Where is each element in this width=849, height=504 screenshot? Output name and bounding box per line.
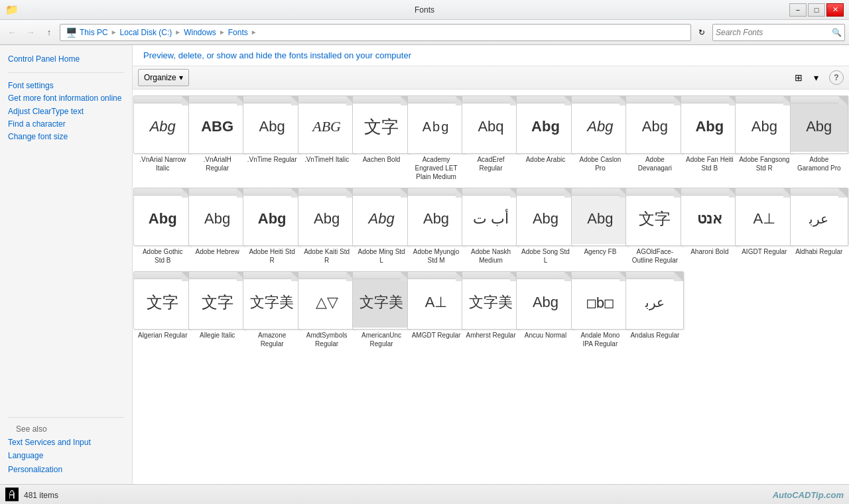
font-icon: Abg <box>790 95 848 154</box>
font-name: AGOldFace-Outline Regular <box>629 247 680 265</box>
font-icon: אנט <box>681 188 739 246</box>
font-item[interactable]: AbgAdobe Kaiti Std R <box>299 184 354 268</box>
close-button[interactable]: ✕ <box>826 3 844 17</box>
sidebar-control-panel[interactable]: Control Panel Home <box>8 53 124 66</box>
font-icon: Abg <box>133 95 192 154</box>
font-item[interactable]: AbgAdobe Fangsong Std R <box>737 92 791 184</box>
font-item[interactable]: AbgAdobe Song Std L <box>518 184 572 268</box>
font-name: Adobe Song Std L <box>520 247 570 265</box>
font-item[interactable]: AbgAdobe Ming Std L <box>354 184 409 268</box>
font-preview: △▽ <box>298 277 356 328</box>
search-box[interactable]: 🔍 <box>712 24 845 41</box>
font-item[interactable]: A⊥AIGDT Regular <box>737 184 791 268</box>
font-item[interactable]: AbgAdobe Caslon Pro <box>573 92 627 184</box>
restore-button[interactable]: □ <box>808 3 825 17</box>
organize-dropdown-icon: ▾ <box>179 73 183 82</box>
font-preview: 文字美 <box>353 277 410 328</box>
sidebar-divider-2 <box>8 417 124 418</box>
font-item[interactable]: AbgAdobe Hebrew <box>190 184 244 268</box>
font-item[interactable]: AbgAdobe Myungjo Std M <box>409 184 463 268</box>
font-item[interactable]: Abg.VnTime Regular <box>245 92 299 184</box>
breadcrumb[interactable]: 🖥️ This PC ► Local Disk (C:) ► Windows ►… <box>60 24 691 41</box>
font-item[interactable]: 文字Algerian Regular <box>135 268 190 351</box>
search-input[interactable] <box>716 28 832 37</box>
font-icon: 文字 <box>133 271 192 330</box>
font-icon: Abg <box>243 188 301 246</box>
font-item[interactable]: AbgAdobe Fan Heiti Std B <box>683 92 737 184</box>
sidebar-font-settings[interactable]: Font settings <box>8 80 124 92</box>
status-item-count: 481 items <box>24 491 58 500</box>
font-item[interactable]: 文字Allegie Italic <box>190 268 244 351</box>
content-area: Preview, delete, or show and hide the fo… <box>133 45 849 484</box>
sidebar-change-font-size[interactable]: Change font size <box>8 131 124 143</box>
font-preview: Abg <box>572 194 629 244</box>
breadcrumb-local-disk[interactable]: Local Disk (C:) <box>120 28 172 37</box>
font-icon: A⊥ <box>407 271 466 330</box>
window-controls: − □ ✕ <box>789 3 844 17</box>
font-item[interactable]: AbgAdobe Gothic Std B <box>135 184 190 268</box>
font-item[interactable]: ABG.VnTimeH Italic <box>299 92 354 184</box>
sidebar-cleartype[interactable]: Adjust ClearType text <box>8 105 124 118</box>
font-name: Ancuu Normal <box>525 331 566 340</box>
font-name: Academy Engraved LET Plain Medium <box>411 155 461 181</box>
font-item[interactable]: Abg.VnArial Narrow Italic <box>135 92 190 184</box>
font-preview: A⊥ <box>736 194 793 244</box>
font-item[interactable]: △▽AmdtSymbols Regular <box>299 268 354 351</box>
font-item[interactable]: 文字Aachen Bold <box>354 92 409 184</box>
font-item[interactable]: AbgAgency FB <box>573 184 627 268</box>
minimize-button[interactable]: − <box>789 3 807 17</box>
font-name: Adobe Hebrew <box>196 247 239 256</box>
font-icon: Abg <box>735 95 793 154</box>
font-icon: Abg <box>188 188 247 246</box>
watermark: AutoCADTip.com <box>773 490 844 500</box>
help-button[interactable]: ? <box>829 70 844 85</box>
font-name: .VnArialH Regular <box>192 155 242 172</box>
font-item[interactable]: □b□Andale Mono IPA Regular <box>573 268 627 351</box>
breadcrumb-this-pc[interactable]: This PC <box>80 28 108 37</box>
view-dropdown[interactable]: ▾ <box>808 70 824 85</box>
organize-button[interactable]: Organize ▾ <box>138 69 189 86</box>
font-item[interactable]: 文字美AmericanUnc Regular <box>354 268 409 351</box>
status-icon: 🅰 <box>5 487 19 503</box>
sidebar-text-services[interactable]: Text Services and Input Language <box>8 436 124 462</box>
font-item[interactable]: ﻋﺮﺑAndalus Regular <box>627 268 682 351</box>
font-item[interactable]: 文字AGOldFace-Outline Regular <box>627 184 682 268</box>
font-item[interactable]: AbgAcademy Engraved LET Plain Medium <box>409 92 463 184</box>
sidebar-find-character[interactable]: Find a character <box>8 118 124 131</box>
organize-label: Organize <box>144 73 176 82</box>
font-item[interactable]: أب تAdobe Naskh Medium <box>464 184 518 268</box>
font-item[interactable]: 文字美Amazone Regular <box>245 268 299 351</box>
up-button[interactable]: ↑ <box>41 25 57 40</box>
sidebar-personalization[interactable]: Personalization <box>8 464 124 476</box>
font-name: Amherst Regular <box>466 331 515 340</box>
font-icon: Abg <box>571 95 629 154</box>
sidebar-more-font-info[interactable]: Get more font information online <box>8 92 124 105</box>
font-icon: 文字 <box>352 95 411 154</box>
breadcrumb-fonts[interactable]: Fonts <box>228 28 248 37</box>
font-item[interactable]: 文字美Amherst Regular <box>464 268 518 351</box>
font-icon: 文字 <box>188 271 247 330</box>
font-item[interactable]: AbqAcadEref Regular <box>464 92 518 184</box>
font-icon: Abg <box>516 95 574 154</box>
forward-button[interactable]: → <box>23 25 38 40</box>
font-item[interactable]: AbgAdobe Devanagari <box>627 92 682 184</box>
font-preview: Abg <box>134 194 191 244</box>
font-preview: Abg <box>572 101 629 152</box>
breadcrumb-windows[interactable]: Windows <box>184 28 216 37</box>
back-button[interactable]: ← <box>4 25 20 40</box>
font-item[interactable]: ﻋﺮﺑAldhabi Regular <box>792 184 846 268</box>
font-item[interactable]: AbgAdobe Heiti Std R <box>245 184 299 268</box>
view-large-icons[interactable]: ⊞ <box>791 70 807 85</box>
font-item[interactable]: AbgAncuu Normal <box>518 268 572 351</box>
font-preview: 文字美 <box>462 277 519 328</box>
status-bar: 🅰 481 items AutoCADTip.com <box>0 484 849 504</box>
view-icons: ⊞ ▾ <box>791 70 824 85</box>
font-item[interactable]: AbgAdobe Garamond Pro <box>792 92 846 184</box>
font-item[interactable]: A⊥AMGDT Regular <box>409 268 463 351</box>
font-item[interactable]: AbgAdobe Arabic <box>518 92 572 184</box>
font-item[interactable]: אנטAharoni Bold <box>683 184 737 268</box>
refresh-button[interactable]: ↻ <box>694 25 710 40</box>
font-item[interactable]: ABG.VnArialH Regular <box>190 92 244 184</box>
font-name: Adobe Caslon Pro <box>575 155 625 172</box>
font-preview: Abg <box>189 194 246 244</box>
